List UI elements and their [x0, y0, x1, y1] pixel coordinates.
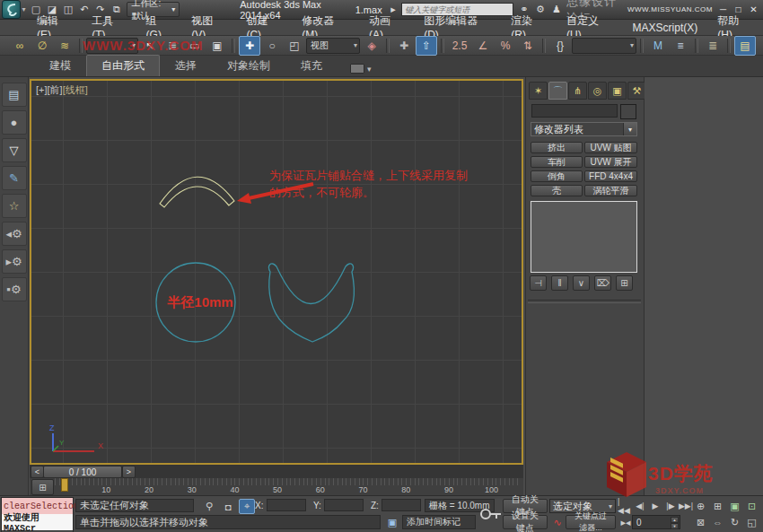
frame-spinner[interactable]: ▲▼ [671, 517, 679, 528]
zoom-icon[interactable]: ⊕ [693, 499, 708, 513]
zoom-all-icon[interactable]: ⊞ [710, 499, 725, 513]
modifier-button[interactable]: 挤出 [531, 142, 583, 153]
zoom-region-icon[interactable]: ⊠ [693, 515, 708, 529]
modifier-list-dropdown[interactable]: 修改器列表 ▾ [531, 122, 637, 136]
app-menu-caret-icon[interactable]: ▾ [22, 5, 25, 13]
object-color-swatch[interactable] [620, 104, 636, 119]
tab-modeling[interactable]: 建模 [34, 55, 86, 76]
remove-modifier-icon[interactable]: ⌦ [594, 275, 611, 291]
menu-help[interactable]: 帮助(H) [707, 20, 763, 36]
select-and-manipulate-icon[interactable]: ✚▾ [393, 36, 415, 56]
modifier-button[interactable]: 涡轮平滑 [584, 185, 637, 196]
modifier-button[interactable]: UVW 贴图 [584, 142, 637, 153]
zoom-extents-all-icon[interactable]: ⊡ [744, 499, 759, 513]
ribbon-options-dropdown[interactable]: ▾ [350, 64, 372, 74]
chalk-brush-icon[interactable]: ✎ [2, 166, 27, 190]
modifier-button[interactable]: 车削 [531, 156, 583, 168]
select-by-name-icon[interactable]: ≣▾ [162, 36, 183, 56]
user-icon[interactable]: ♟ [548, 3, 564, 17]
zoom-extents-icon[interactable]: ▣ [727, 499, 742, 513]
selection-filter-dropdown[interactable]: ▾ [86, 38, 138, 54]
select-and-move-icon[interactable]: ✚▾ [239, 36, 260, 56]
sphere-brush-icon[interactable]: ● [2, 110, 27, 135]
modifier-stack[interactable] [531, 201, 637, 273]
menu-modifiers[interactable]: 修改器(M) [292, 20, 359, 36]
next-frame-arrow[interactable]: > [122, 466, 136, 478]
time-slider-thumb[interactable]: 0 / 100 [43, 466, 122, 478]
app-logo-icon[interactable] [2, 0, 21, 19]
object-name-field[interactable] [531, 104, 618, 118]
key-curve-icon[interactable]: ∿ [549, 515, 566, 530]
spinner-snap-icon[interactable]: ⇅▾ [517, 36, 539, 56]
gear-play-icon[interactable]: ▸⚙ [2, 249, 27, 274]
window-crossing-icon[interactable]: ▣▾ [206, 36, 228, 56]
configure-modifier-sets-icon[interactable]: ⊞ [616, 275, 633, 291]
y-coordinate-field[interactable] [324, 499, 364, 511]
tab-utilities[interactable]: ⚒ [627, 82, 646, 100]
tab-selection[interactable]: 选择 [160, 55, 212, 76]
modifier-button[interactable]: UVW 展开 [584, 156, 637, 168]
cloth-shirt-icon[interactable]: ▽ [2, 138, 27, 162]
menu-rendering[interactable]: 渲染(R) [501, 20, 557, 36]
use-pivot-center-icon[interactable]: ◈▾ [361, 36, 382, 56]
tab-create[interactable]: ✶ [529, 82, 548, 100]
unlink-selection-icon[interactable]: ∅▾ [31, 36, 53, 56]
make-unique-icon[interactable]: ∨ [573, 275, 590, 291]
transform-gizmo-icon[interactable]: ⌖ [239, 499, 255, 514]
set-keys-key-icon[interactable] [479, 502, 503, 526]
menu-views[interactable]: 视图(V) [181, 20, 236, 36]
play-button[interactable]: ▶ [648, 499, 662, 513]
modifier-button[interactable]: FFD 4x4x4 [584, 170, 637, 182]
edit-named-selections-icon[interactable]: {}▾ [549, 36, 571, 56]
tab-display[interactable]: ▣ [608, 82, 627, 100]
keyboard-override-icon[interactable]: ⇧▾ [416, 36, 437, 56]
polydraw-browser-icon[interactable]: ▤ [2, 83, 27, 107]
lock-selection-icon[interactable]: ◘ [220, 499, 236, 514]
layer-manager-icon[interactable]: ≣▾ [702, 36, 724, 56]
angle-snap-icon[interactable]: ∠▾ [472, 36, 494, 56]
curve-editor-icon[interactable]: ∿▾ [757, 36, 763, 56]
x-coordinate-field[interactable] [267, 499, 306, 511]
select-and-scale-icon[interactable]: ◰▾ [284, 36, 305, 56]
menu-maxscript[interactable]: MAXScript(X) [623, 20, 708, 36]
modifier-button[interactable]: 壳 [531, 185, 583, 196]
character-tools-icon[interactable]: ☆ [2, 194, 27, 218]
pan-icon[interactable]: ⇔ [710, 515, 725, 529]
orbit-icon[interactable]: ↻ [727, 515, 742, 529]
menu-animation[interactable]: 动画(A) [359, 20, 414, 36]
maxscript-mini-listener[interactable]: clearSelection 欢迎使用 MAXScr [1, 497, 74, 532]
listener-script-line[interactable]: 欢迎使用 MAXScr [2, 514, 73, 530]
tab-motion[interactable]: ◎ [588, 82, 607, 100]
viewport-menu-general[interactable]: [+] [36, 84, 48, 95]
tab-freeform[interactable]: 自由形式 [86, 55, 160, 76]
select-object-icon[interactable]: ↖▾ [139, 36, 161, 56]
tile-arc-spline[interactable] [160, 177, 234, 207]
mini-curve-editor-button[interactable]: ⊞ [31, 479, 54, 495]
set-key-button[interactable]: 设置关键点 [503, 515, 548, 529]
scene-explorer-icon[interactable]: ▤▾ [734, 36, 756, 56]
viewport-menu-shading[interactable]: [线框] [63, 84, 88, 95]
mirror-icon[interactable]: M▾ [647, 36, 669, 56]
percent-snap-icon[interactable]: %▾ [495, 36, 516, 56]
show-end-result-icon[interactable]: ‖ [551, 275, 568, 291]
reference-coordinate-dropdown[interactable]: 视图▾ [306, 38, 360, 54]
rectangular-selection-icon[interactable]: ▭▾ [184, 36, 206, 56]
go-to-start-button[interactable]: |◀◀ [618, 499, 632, 513]
align-icon[interactable]: ≡▾ [670, 36, 691, 56]
menu-tools[interactable]: 工具(T) [82, 20, 136, 36]
previous-frame-button[interactable]: ◀| [633, 499, 647, 513]
gear-next-icon[interactable]: ▪⚙ [2, 277, 27, 301]
maximize-viewport-icon[interactable]: ◱ [744, 515, 759, 529]
menu-customize[interactable]: 自定义(U) [557, 20, 623, 36]
modifier-button[interactable]: 倒角 [531, 170, 583, 182]
current-frame-marker[interactable] [61, 478, 68, 492]
tab-object-paint[interactable]: 对象绘制 [212, 55, 285, 76]
bind-to-spacewarp-icon[interactable]: ≋▾ [54, 36, 75, 56]
tile-profile-spline[interactable] [269, 264, 355, 342]
menu-edit[interactable]: 编辑(E) [27, 20, 82, 36]
named-selection-dropdown[interactable]: ▾ [572, 38, 636, 54]
previous-frame-arrow[interactable]: < [31, 466, 44, 478]
menu-group[interactable]: 组(G) [136, 20, 182, 36]
track-bar[interactable]: ⊞ 102030405060708090100 [30, 478, 523, 496]
tab-hierarchy[interactable]: ⋔ [568, 82, 587, 100]
